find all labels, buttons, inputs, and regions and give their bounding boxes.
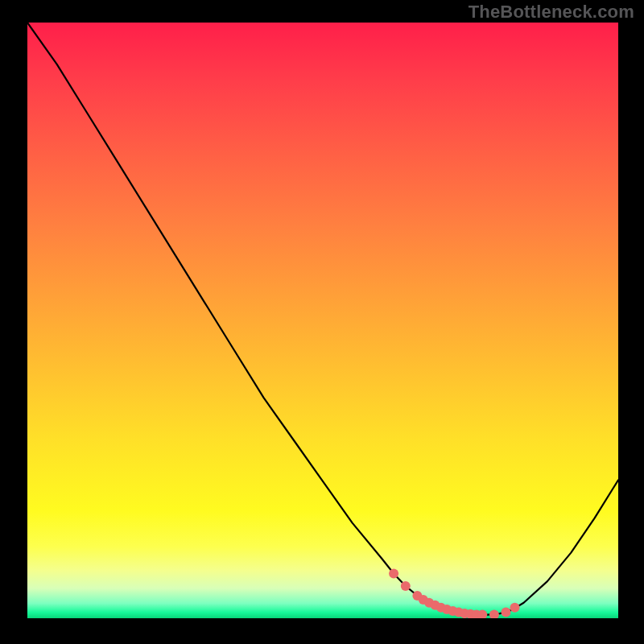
marker-dot — [502, 608, 511, 617]
marker-dot — [389, 569, 398, 579]
curve-line — [27, 23, 618, 615]
marker-dot — [489, 610, 499, 618]
chart-frame: TheBottleneck.com — [0, 0, 644, 644]
plot-area — [27, 23, 618, 618]
marker-dots — [389, 569, 519, 619]
watermark-text: TheBottleneck.com — [469, 2, 634, 23]
chart-svg — [27, 23, 618, 618]
marker-dot — [510, 603, 520, 613]
marker-dot — [401, 581, 411, 591]
